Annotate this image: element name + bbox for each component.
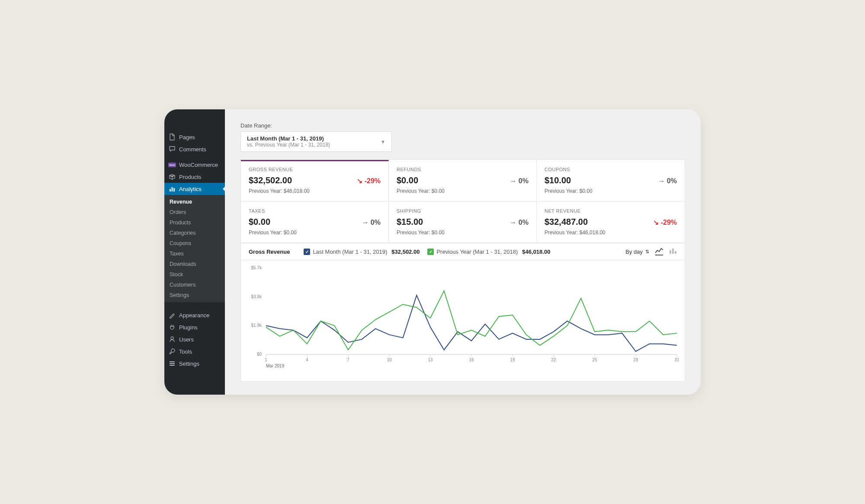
- metric-card-coupons[interactable]: COUPONS$10.00→ 0%Previous Year: $0.00: [537, 160, 685, 201]
- legend-label: Previous Year (Mar 1 - 31, 2018): [436, 249, 518, 255]
- subnav-item-revenue[interactable]: Revenue: [164, 197, 225, 207]
- svg-text:4: 4: [306, 357, 308, 362]
- subnav-item-customers[interactable]: Customers: [164, 280, 225, 290]
- bar-chart-icon[interactable]: [669, 248, 677, 255]
- svg-rect-1: [172, 187, 173, 191]
- sidebar-item-pages[interactable]: Pages: [164, 131, 225, 143]
- metric-label: NET REVENUE: [545, 208, 677, 214]
- sidebar-item-products[interactable]: Products: [164, 171, 225, 183]
- sidebar-item-label: WooCommerce: [179, 162, 218, 168]
- subnav-item-coupons[interactable]: Coupons: [164, 238, 225, 249]
- legend-item[interactable]: ✓Previous Year (Mar 1 - 31, 2018)$46,018…: [427, 249, 550, 255]
- sidebar-item-analytics[interactable]: Analytics: [164, 183, 225, 195]
- sidebar-item-label: Appearance: [179, 312, 209, 319]
- sidebar-item-plugins[interactable]: Plugins: [164, 321, 225, 333]
- subnav-item-taxes[interactable]: Taxes: [164, 249, 225, 259]
- metric-prev: Previous Year: $0.00: [397, 188, 529, 194]
- svg-text:$3.8k: $3.8k: [251, 294, 262, 299]
- svg-point-8: [173, 363, 174, 364]
- legend-value: $46,018.00: [522, 249, 550, 255]
- metric-delta: → 0%: [658, 177, 677, 185]
- svg-text:13: 13: [428, 357, 433, 362]
- app-window: PagesCommentswooWooCommerceProductsAnaly…: [164, 109, 701, 395]
- subnav-item-categories[interactable]: Categories: [164, 228, 225, 238]
- sidebar-item-label: Comments: [179, 146, 206, 153]
- svg-rect-0: [170, 189, 171, 191]
- tools-icon: [169, 348, 176, 355]
- line-chart-icon[interactable]: [655, 248, 663, 255]
- chart-header: Gross Revenue ✓Last Month (Mar 1 - 31, 2…: [240, 243, 685, 260]
- sidebar-item-tools[interactable]: Tools: [164, 345, 225, 357]
- svg-text:7: 7: [347, 357, 349, 362]
- metric-delta: ↘ -29%: [653, 218, 677, 226]
- svg-text:$1.9k: $1.9k: [251, 323, 262, 328]
- sidebar-item-label: Users: [179, 336, 194, 343]
- summary-cards: GROSS REVENUE$32,502.00↘ -29%Previous Ye…: [240, 159, 685, 243]
- svg-text:28: 28: [633, 357, 638, 362]
- metric-card-refunds[interactable]: REFUNDS$0.00→ 0%Previous Year: $0.00: [389, 160, 537, 201]
- metric-card-taxes[interactable]: TAXES$0.00→ 0%Previous Year: $0.00: [241, 201, 389, 243]
- daterange-label: Date Range:: [240, 122, 685, 129]
- svg-text:25: 25: [592, 357, 597, 362]
- metric-delta: ↘ -29%: [357, 177, 381, 185]
- metric-label: GROSS REVENUE: [249, 167, 381, 172]
- daterange-main: Last Month (Mar 1 - 31, 2019): [247, 135, 330, 142]
- metric-delta: → 0%: [509, 177, 529, 185]
- admin-sidebar: PagesCommentswooWooCommerceProductsAnaly…: [164, 109, 225, 395]
- comment-icon: [169, 146, 176, 153]
- metric-value: $10.00: [545, 175, 571, 185]
- legend-item[interactable]: ✓Last Month (Mar 1 - 31, 2019)$32,502.00: [304, 249, 420, 255]
- metric-prev: Previous Year: $46,018.00: [249, 188, 381, 194]
- chart-title: Gross Revenue: [249, 249, 290, 255]
- svg-rect-10: [670, 250, 671, 254]
- main-content: Date Range: Last Month (Mar 1 - 31, 2019…: [225, 109, 701, 395]
- svg-text:19: 19: [510, 357, 515, 362]
- woo-icon: woo: [169, 161, 176, 168]
- checkbox-icon: ✓: [304, 249, 310, 255]
- settings-icon: [169, 360, 176, 367]
- metric-card-net-revenue[interactable]: NET REVENUE$32,487.00↘ -29%Previous Year…: [537, 201, 685, 243]
- svg-text:Mar 2019: Mar 2019: [266, 364, 285, 368]
- chevron-down-icon: ▼: [381, 139, 385, 144]
- sidebar-item-users[interactable]: Users: [164, 333, 225, 345]
- revenue-chart: $0$1.9k$3.8k$5.7k1471013161922252831Mar …: [249, 264, 681, 372]
- metric-prev: Previous Year: $0.00: [249, 230, 381, 236]
- subnav-item-settings[interactable]: Settings: [164, 290, 225, 300]
- products-icon: [169, 173, 176, 180]
- daterange-select[interactable]: Last Month (Mar 1 - 31, 2019) vs. Previo…: [240, 131, 392, 152]
- appearance-icon: [169, 312, 176, 319]
- metric-value: $0.00: [249, 217, 270, 227]
- daterange-sub: vs. Previous Year (Mar 1 - 31, 2018): [247, 142, 330, 148]
- metric-label: TAXES: [249, 208, 381, 214]
- legend-label: Last Month (Mar 1 - 31, 2019): [313, 249, 387, 255]
- metric-delta: → 0%: [362, 219, 381, 226]
- sidebar-item-woocommerce[interactable]: wooWooCommerce: [164, 159, 225, 171]
- metric-prev: Previous Year: $0.00: [545, 188, 677, 194]
- metric-card-shipping[interactable]: SHIPPING$15.00→ 0%Previous Year: $0.00: [389, 201, 537, 243]
- metric-label: COUPONS: [545, 167, 677, 172]
- svg-point-9: [171, 365, 173, 366]
- analytics-submenu: RevenueOrdersProductsCategoriesCouponsTa…: [164, 195, 225, 302]
- sidebar-item-label: Tools: [179, 348, 192, 355]
- sidebar-item-settings[interactable]: Settings: [164, 357, 225, 370]
- svg-point-3: [171, 337, 173, 339]
- sidebar-item-label: Analytics: [179, 186, 202, 192]
- sidebar-item-label: Plugins: [179, 324, 198, 331]
- legend-value: $32,502.00: [391, 249, 420, 255]
- svg-rect-11: [672, 249, 674, 254]
- svg-rect-12: [675, 251, 676, 254]
- subnav-item-downloads[interactable]: Downloads: [164, 259, 225, 269]
- metric-value: $0.00: [397, 175, 418, 185]
- subnav-item-stock[interactable]: Stock: [164, 269, 225, 280]
- chart-body: $0$1.9k$3.8k$5.7k1471013161922252831Mar …: [240, 260, 685, 382]
- svg-text:31: 31: [674, 357, 679, 362]
- svg-text:10: 10: [387, 357, 392, 362]
- svg-text:$0: $0: [257, 352, 262, 357]
- sidebar-item-appearance[interactable]: Appearance: [164, 309, 225, 321]
- subnav-item-products[interactable]: Products: [164, 217, 225, 228]
- sidebar-item-comments[interactable]: Comments: [164, 143, 225, 155]
- metric-card-gross-revenue[interactable]: GROSS REVENUE$32,502.00↘ -29%Previous Ye…: [241, 160, 389, 201]
- interval-select[interactable]: By day ⇅: [625, 249, 649, 255]
- svg-text:1: 1: [265, 357, 267, 362]
- subnav-item-orders[interactable]: Orders: [164, 207, 225, 217]
